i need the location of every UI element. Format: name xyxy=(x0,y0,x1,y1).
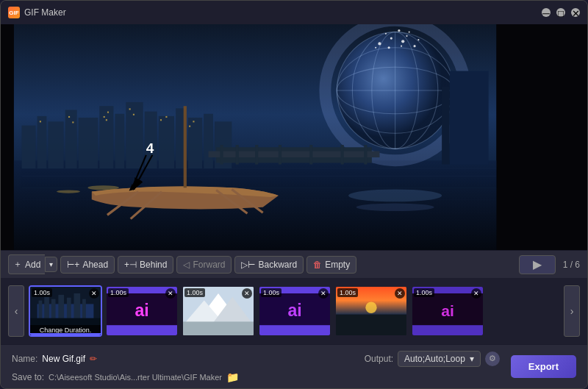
svg-rect-90 xyxy=(107,325,177,335)
svg-rect-7 xyxy=(65,110,77,168)
svg-rect-11 xyxy=(126,102,143,168)
filmstrip-prev[interactable]: ‹ xyxy=(8,285,24,337)
film-duration-1: 1.00s xyxy=(32,288,52,297)
film-duration-5: 1.00s xyxy=(337,288,358,297)
filmstrip-item-5[interactable]: 1.00s ✕ xyxy=(334,285,408,337)
svg-rect-16 xyxy=(204,114,213,168)
plus-icon: ＋ xyxy=(13,258,22,271)
svg-rect-51 xyxy=(450,71,489,165)
svg-text:ai: ai xyxy=(441,302,454,319)
svg-rect-58 xyxy=(279,145,282,164)
svg-rect-23 xyxy=(68,116,70,118)
trash-icon: 🗑 xyxy=(313,260,322,270)
svg-rect-54 xyxy=(209,151,380,157)
film-close-3[interactable]: ✕ xyxy=(242,288,252,299)
toolbar: ＋ Add ▾ ⊢+ Ahead +⊣ Behind ◁ Forward ▷⊢ … xyxy=(1,250,587,278)
svg-rect-60 xyxy=(341,145,344,164)
svg-rect-107 xyxy=(412,325,483,335)
settings-icon[interactable]: ⚙ xyxy=(485,351,500,366)
output-label: Output: xyxy=(365,354,393,364)
dropdown-icon: ▾ xyxy=(470,354,474,364)
svg-rect-10 xyxy=(115,114,125,168)
svg-point-49 xyxy=(388,46,390,49)
save-path-value: C:\Aiseesoft Studio\Ais...rter Ultimate\… xyxy=(49,373,222,382)
film-progress-1 xyxy=(30,333,101,335)
export-button[interactable]: Export xyxy=(511,355,576,378)
add-dropdown-arrow[interactable]: ▾ xyxy=(45,257,57,272)
svg-rect-8 xyxy=(79,118,98,168)
output-select[interactable]: Auto;Auto;Loop ▾ xyxy=(398,351,481,367)
save-path-field: Save to: C:\Aiseesoft Studio\Ais...rter … xyxy=(12,371,500,383)
forward-icon: ◁ xyxy=(183,260,190,270)
film-close-1[interactable]: ✕ xyxy=(89,288,99,299)
film-close-2[interactable]: ✕ xyxy=(165,288,176,299)
close-button[interactable]: ✕ xyxy=(571,8,580,17)
svg-point-43 xyxy=(406,35,407,37)
maximize-button[interactable]: □ xyxy=(556,8,565,17)
svg-rect-57 xyxy=(255,145,258,164)
film-close-6[interactable]: ✕ xyxy=(471,288,481,299)
film-duration-4: 1.00s xyxy=(261,288,282,297)
svg-rect-4 xyxy=(21,126,35,168)
add-label: Add xyxy=(25,260,40,270)
backward-button[interactable]: ▷⊢ Backward xyxy=(234,256,304,274)
film-close-4[interactable]: ✕ xyxy=(318,288,329,299)
name-label: Name: xyxy=(12,354,37,364)
svg-rect-27 xyxy=(165,116,167,118)
filmstrip-item-1[interactable]: 1.00s ✕ Change Duration. xyxy=(29,285,102,337)
minimize-button[interactable]: ─ xyxy=(542,8,551,17)
film-close-5[interactable]: ✕ xyxy=(395,288,405,299)
svg-text:ai: ai xyxy=(135,301,148,320)
svg-point-40 xyxy=(390,37,392,39)
svg-point-44 xyxy=(385,33,387,35)
svg-rect-104 xyxy=(336,315,406,336)
svg-rect-97 xyxy=(183,321,254,335)
forward-button[interactable]: ◁ Forward xyxy=(176,256,232,274)
play-button[interactable]: ▶ xyxy=(519,255,556,274)
titlebar: GIF GIF Maker ─ □ ✕ xyxy=(1,1,587,24)
save-label: Save to: xyxy=(12,372,44,382)
svg-rect-22 xyxy=(133,114,135,115)
svg-rect-13 xyxy=(159,116,174,168)
ahead-button[interactable]: ⊢+ Ahead xyxy=(60,256,115,274)
svg-rect-99 xyxy=(259,325,330,335)
behind-label: Behind xyxy=(140,260,167,270)
svg-point-48 xyxy=(409,32,410,33)
app-title: GIF Maker xyxy=(24,7,542,18)
ahead-icon: ⊢+ xyxy=(67,260,79,270)
bottom-bar: Name: New Gif.gif ✏ Output: Auto;Auto;Lo… xyxy=(1,344,587,388)
add-button[interactable]: ＋ Add xyxy=(8,254,45,274)
svg-rect-21 xyxy=(129,108,131,110)
svg-rect-59 xyxy=(309,145,312,164)
film-duration-3: 1.00s xyxy=(184,288,205,297)
filmstrip-next[interactable]: › xyxy=(564,285,580,337)
name-value: New Gif.gif xyxy=(42,354,85,364)
svg-rect-15 xyxy=(188,118,202,168)
filmstrip-item-6[interactable]: ai 1.00s ✕ xyxy=(411,285,484,337)
svg-rect-26 xyxy=(160,119,162,121)
svg-rect-2 xyxy=(496,24,587,250)
filmstrip-item-3[interactable]: 1.00s ✕ xyxy=(182,285,255,337)
svg-rect-28 xyxy=(193,121,194,122)
filmstrip: ‹ xyxy=(1,278,587,344)
filmstrip-items: 1.00s ✕ Change Duration. ai 1.00s ✕ xyxy=(24,285,564,337)
preview-image: 4 xyxy=(1,24,587,250)
svg-point-105 xyxy=(365,302,376,313)
svg-rect-5 xyxy=(37,116,47,168)
svg-rect-25 xyxy=(40,121,41,122)
svg-rect-18 xyxy=(104,116,105,118)
preview-area: 4 xyxy=(1,24,587,250)
svg-rect-29 xyxy=(189,126,190,127)
folder-icon[interactable]: 📁 xyxy=(226,371,239,383)
behind-button[interactable]: +⊣ Behind xyxy=(118,256,173,274)
svg-point-70 xyxy=(57,190,80,193)
window-controls: ─ □ ✕ xyxy=(542,8,580,17)
svg-rect-56 xyxy=(236,145,239,164)
name-field: Name: New Gif.gif ✏ Output: Auto;Auto;Lo… xyxy=(12,351,500,367)
film-duration-6: 1.00s xyxy=(414,288,434,297)
filmstrip-item-4[interactable]: ai 1.00s ✕ xyxy=(258,285,331,337)
filmstrip-item-2[interactable]: ai 1.00s ✕ xyxy=(105,285,179,337)
app-window: GIF GIF Maker ─ □ ✕ xyxy=(0,0,588,389)
name-edit-icon[interactable]: ✏ xyxy=(90,354,97,364)
empty-button[interactable]: 🗑 Empty xyxy=(306,256,356,274)
